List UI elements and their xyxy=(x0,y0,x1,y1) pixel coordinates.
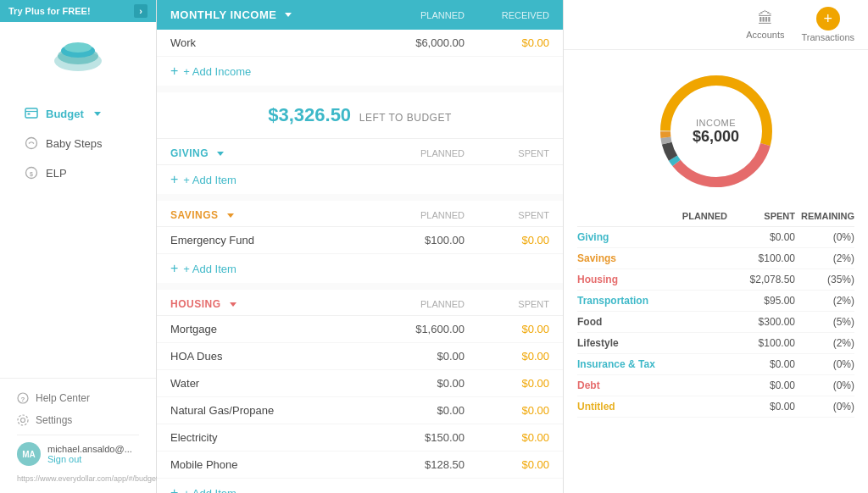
summary-spent-5: $100.00 xyxy=(727,337,795,349)
svg-point-13 xyxy=(18,415,28,425)
settings-link[interactable]: Settings xyxy=(17,409,139,431)
housing-rows: Mortgage $1,600.00 $0.00 HOA Dues $0.00 … xyxy=(157,316,563,479)
summary-spent-6: $0.00 xyxy=(727,358,795,370)
summary-spent-3: $95.00 xyxy=(727,295,795,307)
housing-title: HOUSING xyxy=(170,298,363,310)
savings-row-planned: $100.00 xyxy=(363,234,465,246)
svg-text:$: $ xyxy=(30,171,33,178)
summary-pct-4: (5%) xyxy=(795,316,854,328)
try-plus-arrow: › xyxy=(134,4,147,18)
savings-row-emergency: Emergency Fund $100.00 $0.00 xyxy=(157,227,563,254)
donut-chart-area: INCOME $6,000 xyxy=(564,50,868,206)
income-caret xyxy=(285,13,292,17)
savings-section-header: SAVINGS PLANNED SPENT xyxy=(157,201,563,227)
income-section: MONTHLY INCOME PLANNED RECEIVED Work $6,… xyxy=(157,0,563,86)
income-text: INCOME xyxy=(693,118,739,128)
budget-content: MONTHLY INCOME PLANNED RECEIVED Work $6,… xyxy=(157,0,563,493)
summary-spent-8: $0.00 xyxy=(727,401,795,413)
housing-row-spent-0: $0.00 xyxy=(465,323,549,335)
summary-pct-6: (0%) xyxy=(795,358,854,370)
housing-row-name-0: Mortgage xyxy=(170,323,363,335)
giving-title: GIVING xyxy=(170,147,363,159)
savings-planned-label: PLANNED xyxy=(363,210,465,220)
summary-row-1: Savings $100.00 (2%) xyxy=(577,248,854,269)
help-icon: ? xyxy=(17,392,29,404)
summary-spent-header: SPENT xyxy=(727,211,795,221)
transactions-label: Transactions xyxy=(801,32,854,42)
housing-section: HOUSING PLANNED SPENT Mortgage $1,600.00… xyxy=(157,290,563,493)
summary-pct-0: (0%) xyxy=(795,231,854,243)
summary-cat-name-2: Housing xyxy=(577,274,659,285)
accounts-link[interactable]: 🏛 Accounts xyxy=(746,10,784,40)
housing-row-3: Natural Gas/Propane $0.00 $0.00 xyxy=(157,397,563,424)
sidebar-budget-label: Budget xyxy=(46,108,84,120)
giving-spent-label: SPENT xyxy=(465,148,549,158)
summary-spent-0: $0.00 xyxy=(727,231,795,243)
housing-planned-label: PLANNED xyxy=(363,299,465,309)
try-plus-banner[interactable]: Try Plus for FREE! › xyxy=(0,0,156,22)
savings-spent-label: SPENT xyxy=(465,210,549,220)
giving-section-header: GIVING PLANNED SPENT xyxy=(157,139,563,165)
add-savings-item-row[interactable]: + + Add Item xyxy=(157,254,563,283)
housing-row-name-4: Electricity xyxy=(170,431,363,444)
summary-row-2: Housing $2,078.50 (35%) xyxy=(577,269,854,291)
add-transaction-button[interactable]: + xyxy=(816,7,840,30)
add-giving-item-row[interactable]: + + Add Item xyxy=(157,165,563,194)
summary-cat-name-0: Giving xyxy=(577,231,659,243)
sidebar-item-elp[interactable]: $ ELP xyxy=(7,158,149,187)
main-content: MONTHLY INCOME PLANNED RECEIVED Work $6,… xyxy=(157,0,563,493)
housing-spent-label: SPENT xyxy=(465,299,549,309)
summary-spent-4: $300.00 xyxy=(727,316,795,328)
svg-point-7 xyxy=(26,138,37,149)
summary-pct-8: (0%) xyxy=(795,401,854,413)
sidebar: Try Plus for FREE! › Budget Baby Steps xyxy=(0,0,157,493)
housing-row-planned-4: $150.00 xyxy=(363,431,465,444)
svg-rect-4 xyxy=(25,108,37,118)
elp-icon: $ xyxy=(24,165,39,180)
housing-row-4: Electricity $150.00 $0.00 xyxy=(157,424,563,451)
summary-row-4: Food $300.00 (5%) xyxy=(577,312,854,333)
income-amount: $6,000 xyxy=(693,128,739,146)
help-center-link[interactable]: ? Help Center xyxy=(17,387,139,409)
housing-row-spent-1: $0.00 xyxy=(465,350,549,363)
summary-col-name xyxy=(577,211,659,221)
user-info: michael.ansaldo@... Sign out xyxy=(47,444,132,464)
logo-area xyxy=(0,22,156,91)
svg-rect-6 xyxy=(28,114,31,115)
summary-cat-name-8: Untitled xyxy=(577,401,659,413)
giving-caret xyxy=(217,152,224,156)
housing-row-2: Water $0.00 $0.00 xyxy=(157,370,563,397)
add-housing-item-row[interactable]: + + Add Item xyxy=(157,479,563,493)
income-section-header: MONTHLY INCOME PLANNED RECEIVED xyxy=(157,0,563,30)
housing-caret xyxy=(230,302,236,307)
ltb-amount: $3,326.50 xyxy=(268,104,351,125)
summary-cat-name-7: Debt xyxy=(577,379,659,391)
sidebar-item-baby-steps[interactable]: Baby Steps xyxy=(7,129,149,158)
summary-pct-7: (0%) xyxy=(795,379,854,391)
svg-text:?: ? xyxy=(21,396,25,403)
housing-row-name-1: HOA Dues xyxy=(170,350,363,363)
svg-point-3 xyxy=(64,42,92,53)
summary-cat-name-4: Food xyxy=(577,316,659,328)
transactions-link[interactable]: + Transactions xyxy=(801,7,854,42)
sidebar-bottom: ? Help Center Settings MA michael.ansald… xyxy=(0,378,156,493)
sign-out-link[interactable]: Sign out xyxy=(47,454,132,464)
bank-icon: 🏛 xyxy=(758,10,773,28)
housing-row-name-3: Natural Gas/Propane xyxy=(170,404,363,417)
avatar: MA xyxy=(17,442,41,466)
add-income-row[interactable]: + + Add Income xyxy=(157,57,563,86)
summary-row-7: Debt $0.00 (0%) xyxy=(577,375,854,396)
housing-row-planned-5: $128.50 xyxy=(363,458,465,471)
donut-chart: INCOME $6,000 xyxy=(648,64,784,199)
summary-planned-header: PLANNED xyxy=(659,211,727,221)
housing-row-planned-0: $1,600.00 xyxy=(363,323,465,335)
add-income-label: + Add Income xyxy=(183,65,251,78)
add-giving-label: + Add Item xyxy=(183,174,236,186)
housing-row-spent-2: $0.00 xyxy=(465,377,549,390)
savings-title: SAVINGS xyxy=(170,209,363,221)
sidebar-baby-steps-label: Baby Steps xyxy=(46,137,103,150)
summary-cat-name-1: Savings xyxy=(577,252,659,264)
sidebar-item-budget[interactable]: Budget xyxy=(7,99,149,128)
income-row-planned: $6,000.00 xyxy=(363,36,465,49)
housing-row-0: Mortgage $1,600.00 $0.00 xyxy=(157,316,563,343)
